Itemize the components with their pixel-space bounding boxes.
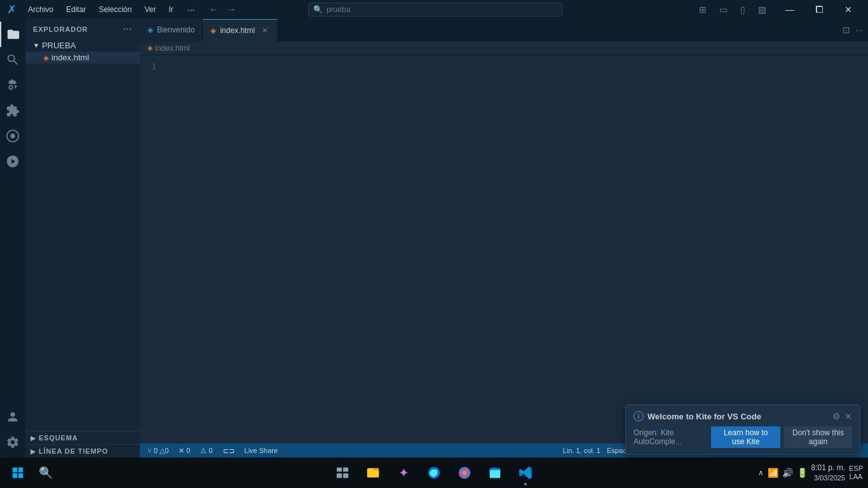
error-label: 0: [186, 447, 190, 454]
taskbar: 🔍 ✦ ∧ 📶 🔊 🔋 8:01 p. m. 3/03/2025 ESP: [0, 458, 868, 488]
activity-bar: [0, 19, 25, 458]
activity-extensions[interactable]: [0, 98, 25, 123]
svg-rect-17: [492, 468, 497, 470]
file-index-html[interactable]: ◈ index.html: [25, 51, 140, 64]
search-input[interactable]: [308, 3, 562, 17]
live-share[interactable]: Live Share: [242, 447, 281, 454]
tab-index-html-label: index.html: [220, 26, 255, 35]
line-numbers: 1: [140, 55, 163, 444]
breadcrumb-file-icon: ◈: [147, 44, 153, 52]
tab-index-html[interactable]: ◈ index.html ✕: [203, 19, 278, 41]
position-label: Lin. 1, col. 1: [563, 447, 600, 454]
linea-tiempo-label: LÍNEA DE TIEMPO: [39, 447, 108, 455]
start-button[interactable]: [5, 460, 31, 485]
nav-back[interactable]: ←: [206, 4, 221, 15]
sidebar-more-button[interactable]: ···: [123, 24, 132, 34]
taskbar-apps: ✦: [329, 459, 539, 487]
code-editor[interactable]: [163, 55, 868, 444]
menu-archivo[interactable]: Archivo: [23, 4, 58, 15]
kite-dismiss-button[interactable]: Don't show this again: [784, 426, 852, 448]
minimize-button[interactable]: —: [775, 0, 804, 19]
close-button[interactable]: ✕: [834, 0, 863, 19]
warning-label: 0: [208, 447, 212, 454]
svg-rect-7: [343, 468, 348, 471]
activity-search[interactable]: [0, 47, 25, 72]
svg-rect-5: [18, 473, 24, 478]
remote-icon[interactable]: ⊏⊐: [220, 447, 237, 455]
kite-close-button[interactable]: ✕: [844, 411, 852, 421]
linea-tiempo-header[interactable]: ▶ LÍNEA DE TIEMPO: [25, 445, 140, 458]
kite-info-icon: i: [634, 411, 644, 421]
kite-learn-button[interactable]: Learn how to use Kite: [711, 426, 780, 448]
taskbar-chrome[interactable]: [451, 459, 478, 487]
svg-rect-8: [337, 473, 342, 478]
clock-date: 3/03/2025: [811, 473, 845, 483]
taskbar-edge[interactable]: [420, 459, 448, 487]
taskbar-search-icon: 🔍: [39, 466, 53, 480]
tab-welcome[interactable]: ◈ Bienvenido: [140, 19, 203, 41]
layout-icon[interactable]: ⊞: [695, 3, 710, 16]
editor-area: ◈ Bienvenido ◈ index.html ✕ ⊡ ··· ◈ inde…: [140, 19, 868, 458]
esquema-section: ▶ ESQUEMA: [25, 431, 140, 444]
split-editor[interactable]: ▨: [754, 3, 770, 16]
activity-settings[interactable]: [0, 430, 25, 455]
kite-settings-button[interactable]: ⚙: [832, 411, 841, 421]
git-branch[interactable]: ⑂ 0 △0: [145, 447, 171, 455]
activity-source-control[interactable]: [0, 72, 25, 98]
panel-icon[interactable]: ▭: [715, 3, 731, 16]
clock-time: 8:01 p. m.: [811, 463, 845, 473]
menu-bar: Archivo Editar Selección Ver Ir: [23, 4, 179, 15]
svg-point-1: [10, 133, 15, 138]
taskbar-explorer[interactable]: [359, 459, 387, 487]
svg-rect-16: [490, 470, 501, 478]
svg-rect-11: [367, 470, 379, 477]
menu-ir[interactable]: Ir: [163, 4, 178, 15]
esquema-chevron: ▶: [31, 435, 36, 442]
more-actions-button[interactable]: ···: [855, 25, 863, 35]
title-right-controls: ⊞ ▭ ▯ ▨: [695, 3, 770, 16]
taskbar-vscode[interactable]: [512, 459, 539, 487]
title-bar: ✗ Archivo Editar Selección Ver Ir ··· ← …: [0, 0, 868, 19]
menu-more[interactable]: ···: [184, 3, 199, 16]
menu-editar[interactable]: Editar: [61, 4, 91, 15]
tab-close-button[interactable]: ✕: [260, 25, 270, 36]
taskbar-task-view[interactable]: [329, 459, 356, 487]
volume-icon[interactable]: 🔊: [782, 468, 793, 478]
folder-prueba[interactable]: ▼ PRUEBA: [25, 39, 140, 51]
taskbar-files[interactable]: [481, 459, 509, 487]
vscode-logo: ✗: [5, 3, 18, 16]
svg-rect-4: [13, 473, 18, 478]
nav-forward[interactable]: →: [224, 4, 239, 15]
sidebar: EXPLORADOR ··· ▼ PRUEBA ◈ index.html ▶ E…: [25, 19, 140, 458]
esquema-header[interactable]: ▶ ESQUEMA: [25, 431, 140, 444]
live-share-label: Live Share: [245, 447, 278, 454]
cursor-position[interactable]: Lin. 1, col. 1: [560, 447, 603, 454]
wifi-icon[interactable]: 📶: [768, 468, 778, 478]
taskbar-clock[interactable]: 8:01 p. m. 3/03/2025: [811, 463, 845, 483]
taskbar-copilot[interactable]: ✦: [390, 459, 417, 487]
sidebar-toggle[interactable]: ▯: [736, 3, 749, 16]
tray-chevron[interactable]: ∧: [758, 468, 764, 477]
search-icon: 🔍: [313, 5, 323, 14]
error-count[interactable]: ✕ 0: [176, 447, 193, 455]
breadcrumb-filename[interactable]: index.html: [155, 44, 190, 53]
warning-count[interactable]: ⚠ 0: [198, 447, 215, 455]
tab-welcome-icon: ◈: [147, 25, 153, 34]
menu-ver[interactable]: Ver: [139, 4, 161, 15]
kite-notification: i Welcome to Kite for VS Code ⚙ ✕ Origen…: [625, 404, 860, 455]
kite-title: i Welcome to Kite for VS Code: [634, 411, 761, 421]
activity-explorer[interactable]: [0, 22, 25, 47]
taskbar-search[interactable]: 🔍: [33, 460, 58, 485]
activity-run[interactable]: [0, 149, 25, 174]
menu-seleccion[interactable]: Selección: [93, 4, 137, 15]
kite-origin-label: Origen: Kite AutoComple...: [634, 428, 706, 446]
folder-prueba-label: PRUEBA: [42, 41, 76, 50]
lang-indicator[interactable]: ESP LAA: [849, 464, 863, 481]
maximize-button[interactable]: ⧠: [804, 0, 834, 19]
activity-remote[interactable]: [0, 123, 25, 149]
file-index-html-label: index.html: [51, 53, 89, 62]
split-editor-button[interactable]: ⊡: [843, 25, 850, 35]
battery-icon[interactable]: 🔋: [797, 468, 808, 478]
activity-account[interactable]: [0, 404, 25, 430]
taskbar-right: ∧ 📶 🔊 🔋 8:01 p. m. 3/03/2025 ESP LAA: [758, 463, 863, 483]
